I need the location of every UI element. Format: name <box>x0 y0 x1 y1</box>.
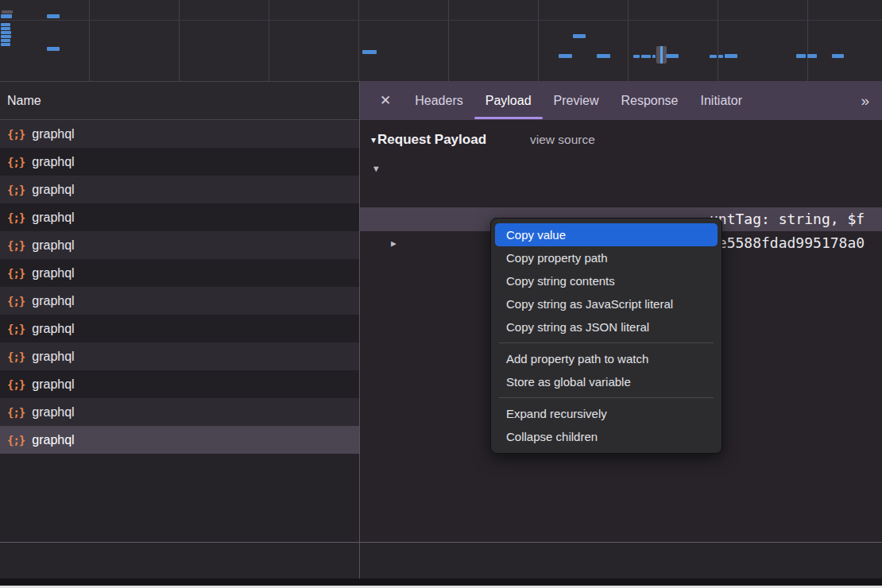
menu-item-copy-string-contents[interactable]: Copy string contents <box>491 269 721 292</box>
timeline-bar[interactable] <box>1 35 11 38</box>
query-value-fragment: untTag: string, $f <box>710 207 865 231</box>
table-row[interactable]: {;}graphql <box>0 231 359 259</box>
table-row[interactable]: {;}graphql <box>0 370 359 398</box>
tab-response[interactable]: Response <box>609 81 689 120</box>
request-payload-section: ▾ Request Payload view source <box>360 120 882 157</box>
timeline-bar[interactable] <box>573 34 586 38</box>
overview-gridline <box>0 20 882 21</box>
view-source-link[interactable]: view source <box>530 133 595 147</box>
timeline-bar[interactable] <box>641 55 651 58</box>
menu-item-copy-string-json-literal[interactable]: Copy string as JSON literal <box>491 315 721 338</box>
request-name: graphql <box>32 183 74 197</box>
context-menu: Copy value Copy property path Copy strin… <box>490 218 722 454</box>
timeline-bar[interactable] <box>1 31 11 34</box>
json-icon: {;} <box>7 211 25 224</box>
payload-operationname-row[interactable]: operationName: "ipFlowTimeseries" <box>360 180 882 204</box>
menu-item-copy-string-js-literal[interactable]: Copy string as JavaScript literal <box>491 292 721 315</box>
json-icon: {;} <box>7 156 25 168</box>
menu-item-copy-value[interactable]: Copy value <box>495 223 718 246</box>
json-icon: {;} <box>7 239 25 252</box>
timeline-bar[interactable] <box>725 54 737 58</box>
menu-item-expand-recursively[interactable]: Expand recursively <box>491 402 721 425</box>
timeline-bar[interactable] <box>652 55 656 58</box>
json-icon: {;} <box>7 184 25 196</box>
json-icon: {;} <box>7 128 25 141</box>
timeline-bar[interactable] <box>559 54 572 58</box>
timeline-bar[interactable] <box>1 23 10 26</box>
request-list: {;}graphql {;}graphql {;}graphql {;}grap… <box>0 120 359 542</box>
tab-payload[interactable]: Payload <box>474 81 543 120</box>
network-overview-timeline[interactable] <box>0 0 882 81</box>
table-row[interactable]: {;}graphql <box>0 120 359 148</box>
menu-item-store-as-global-variable[interactable]: Store as global variable <box>491 370 721 393</box>
json-icon: {;} <box>7 350 25 363</box>
collapse-triangle-icon[interactable]: ▾ <box>371 134 376 145</box>
request-name: graphql <box>32 155 74 169</box>
payload-root-row[interactable]: ▼ {operationName: "ipFlowTimeseries", va… <box>360 157 882 180</box>
menu-item-collapse-children[interactable]: Collapse children <box>491 425 721 448</box>
json-icon: {;} <box>7 434 25 447</box>
timeline-bar[interactable] <box>710 55 717 58</box>
table-row[interactable]: {;}graphql <box>0 315 359 342</box>
timeline-bar[interactable] <box>47 14 60 18</box>
timeline-bar[interactable] <box>666 54 679 58</box>
table-row[interactable]: {;}graphql <box>0 342 359 370</box>
request-name: graphql <box>32 350 74 364</box>
close-icon[interactable]: ✕ <box>380 92 391 109</box>
table-row[interactable]: {;}graphql <box>0 259 359 287</box>
overview-selection-line <box>660 46 663 64</box>
expand-triangle-icon[interactable]: ▶ <box>391 232 397 255</box>
request-name: graphql <box>32 211 74 225</box>
timeline-bar[interactable] <box>718 55 723 58</box>
timeline-bar[interactable] <box>2 10 13 14</box>
timeline-bar[interactable] <box>633 55 640 58</box>
section-title: Request Payload <box>377 132 486 148</box>
table-row[interactable]: {;}graphql <box>0 148 359 176</box>
tab-headers[interactable]: Headers <box>404 81 474 120</box>
more-tabs-icon[interactable]: » <box>861 92 882 110</box>
request-name: graphql <box>32 405 74 420</box>
tab-preview[interactable]: Preview <box>543 81 610 120</box>
request-name: graphql <box>32 266 74 280</box>
menu-separator <box>499 397 714 398</box>
window-bottom-edge <box>0 578 882 586</box>
summary-footer <box>0 542 882 578</box>
tab-initiator[interactable]: Initiator <box>690 81 753 120</box>
variables-value-fragment: ee5588fdad995178a0 <box>710 231 865 255</box>
timeline-bar[interactable] <box>362 50 377 54</box>
timeline-bar[interactable] <box>807 54 817 58</box>
expand-triangle-icon[interactable]: ▼ <box>373 157 379 180</box>
request-name: graphql <box>32 322 74 336</box>
json-icon: {;} <box>7 378 25 391</box>
name-column-label: Name <box>7 94 41 108</box>
detail-tab-bar: ✕ Headers Payload Preview Response Initi… <box>360 81 882 120</box>
name-column-header[interactable]: Name <box>0 81 359 120</box>
request-name: graphql <box>32 127 74 141</box>
table-row[interactable]: {;}graphql <box>0 398 359 426</box>
timeline-bar[interactable] <box>832 54 844 58</box>
table-row-selected[interactable]: {;}graphql <box>0 426 359 454</box>
menu-item-copy-property-path[interactable]: Copy property path <box>491 246 721 269</box>
timeline-bar[interactable] <box>597 54 610 58</box>
request-name: graphql <box>32 238 74 253</box>
timeline-bar[interactable] <box>47 47 60 51</box>
request-name: graphql <box>32 433 74 447</box>
request-name: graphql <box>32 377 74 392</box>
timeline-bar[interactable] <box>796 54 806 58</box>
devtools-window: Name ✕ Headers Payload Preview Response … <box>0 0 882 588</box>
json-icon: {;} <box>7 406 25 419</box>
menu-item-add-property-path-to-watch[interactable]: Add property path to watch <box>491 347 721 370</box>
devtools-network-panel: Name ✕ Headers Payload Preview Response … <box>0 0 882 586</box>
table-row[interactable]: {;}graphql <box>0 176 359 203</box>
timeline-bar[interactable] <box>1 27 10 30</box>
timeline-bar[interactable] <box>1 39 10 42</box>
timeline-bar[interactable] <box>1 43 10 46</box>
timeline-bar[interactable] <box>1 14 12 18</box>
json-icon: {;} <box>7 323 25 335</box>
panel-divider[interactable] <box>359 81 360 578</box>
json-icon: {;} <box>7 267 25 280</box>
table-row[interactable]: {;}graphql <box>0 203 359 231</box>
table-row[interactable]: {;}graphql <box>0 287 359 315</box>
json-icon: {;} <box>7 295 25 308</box>
menu-separator <box>499 342 714 343</box>
